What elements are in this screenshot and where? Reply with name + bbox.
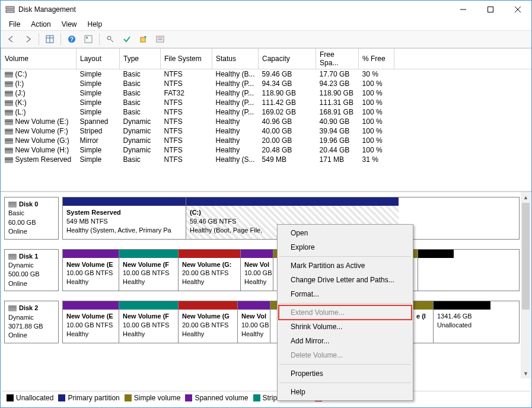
check-icon[interactable] xyxy=(120,32,134,46)
table-cell: NTFS xyxy=(161,69,212,79)
window-title: Disk Management xyxy=(18,5,450,14)
svg-rect-1 xyxy=(6,10,14,12)
menu-help[interactable]: Help xyxy=(83,19,107,30)
table-cell: Simple xyxy=(77,79,120,88)
scroll-up-icon[interactable]: ▲ xyxy=(521,192,531,202)
column-header[interactable]: Type xyxy=(120,49,161,69)
search-icon[interactable] xyxy=(103,32,117,46)
table-cell: Dynamic xyxy=(120,136,161,145)
minimize-button[interactable] xyxy=(450,1,477,18)
ctx-change-letter[interactable]: Change Drive Letter and Paths... xyxy=(279,273,412,287)
column-header[interactable]: File System xyxy=(161,49,212,69)
partition-body: New Volume (G20.00 GB NTFSHealthy xyxy=(179,310,237,343)
titlebar: Disk Management xyxy=(1,1,531,18)
menu-view[interactable]: View xyxy=(57,19,82,30)
scroll-down-icon[interactable]: ▼ xyxy=(521,368,531,378)
partition[interactable]: New Volume (E10.00 GB NTFSHealthy xyxy=(63,250,119,291)
partition[interactable]: New Volume (G20.00 GB NTFSHealthy xyxy=(179,301,238,343)
help-icon[interactable]: ? xyxy=(65,32,79,46)
legend-item: Primary partition xyxy=(58,394,119,402)
table-cell: NTFS xyxy=(161,117,212,126)
ctx-properties[interactable]: Properties xyxy=(279,366,412,381)
column-header[interactable]: Capacity xyxy=(259,49,316,69)
disk-label[interactable]: Disk 1Dynamic500.00 GBOnline xyxy=(4,249,59,292)
toolbar: ? xyxy=(1,30,531,48)
partition[interactable]: e (I xyxy=(413,301,434,343)
table-cell: Basic xyxy=(120,69,161,79)
table-cell: NTFS xyxy=(161,155,212,164)
ctx-shrink-volume[interactable]: Shrink Volume... xyxy=(279,320,412,334)
partition[interactable]: 1341.46 GBUnallocated xyxy=(434,301,490,343)
refresh-icon[interactable] xyxy=(136,32,151,46)
partition[interactable]: New Volume (E10.00 GB NTFSHealthy xyxy=(63,301,119,343)
list-icon[interactable] xyxy=(153,32,167,46)
partition-body: New Volume (F10.00 GB NTFSHealthy xyxy=(119,310,178,343)
ctx-explore[interactable]: Explore xyxy=(279,240,412,254)
table-row[interactable]: New Volume (H:)SimpleDynamicNTFSHealthy2… xyxy=(1,145,532,155)
settings-icon[interactable] xyxy=(81,32,95,46)
table-row[interactable]: (K:)SimpleBasicNTFSHealthy (P...111.42 G… xyxy=(1,98,532,107)
table-cell: New Volume (F:) xyxy=(1,126,77,136)
table-cell: 100 % xyxy=(359,126,394,136)
back-button[interactable] xyxy=(4,32,18,46)
partition-header xyxy=(418,250,454,258)
ctx-help[interactable]: Help xyxy=(279,385,412,399)
table-row[interactable]: (C:)SimpleBasicNTFSHealthy (B...59.46 GB… xyxy=(1,69,532,79)
partition-body: System Reserved549 MB NTFSHealthy (Syste… xyxy=(63,206,186,239)
forward-button[interactable] xyxy=(21,32,35,46)
table-cell: Healthy xyxy=(212,126,259,136)
column-header[interactable]: Volume xyxy=(1,49,77,69)
table-row[interactable]: (I:)SimpleBasicNTFSHealthy (P...94.34 GB… xyxy=(1,79,532,88)
partition[interactable]: New Vol10.00 GBHealthy xyxy=(238,301,270,343)
partition-body: New Volume (G:20.00 GB NTFSHealthy xyxy=(179,258,240,291)
table-cell: Simple xyxy=(77,98,120,107)
close-button[interactable] xyxy=(504,1,531,18)
table-cell: New Volume (G:) xyxy=(1,136,77,145)
menu-action[interactable]: Action xyxy=(26,19,55,30)
partition[interactable] xyxy=(418,250,454,291)
disk-label[interactable]: Disk 2Dynamic3071.88 GBOnline xyxy=(4,301,59,343)
table-row[interactable]: New Volume (E:)SpannedDynamicNTFSHealthy… xyxy=(1,117,532,126)
svg-rect-3 xyxy=(488,7,493,12)
partition[interactable]: New Volume (F10.00 GB NTFSHealthy xyxy=(119,301,179,343)
column-header[interactable]: % Free xyxy=(359,49,394,69)
scrollbar[interactable]: ▲ ▼ xyxy=(521,192,531,378)
table-cell: Basic xyxy=(120,155,161,164)
column-header[interactable]: Layout xyxy=(77,49,120,69)
partition[interactable]: New Volume (G:20.00 GB NTFSHealthy xyxy=(179,250,241,291)
partition-header xyxy=(179,250,240,258)
ctx-extend-volume[interactable]: Extend Volume... xyxy=(279,305,412,320)
partition-header xyxy=(186,197,399,206)
menu-file[interactable]: File xyxy=(4,19,25,30)
ctx-add-mirror[interactable]: Add Mirror... xyxy=(279,334,412,348)
partition[interactable]: System Reserved549 MB NTFSHealthy (Syste… xyxy=(63,197,186,239)
table-cell: 168.91 GB xyxy=(316,107,359,117)
column-header[interactable]: Free Spa... xyxy=(316,49,359,69)
table-cell: Simple xyxy=(77,155,120,164)
table-row[interactable]: (L:)SimpleBasicNTFSHealthy (P...169.02 G… xyxy=(1,107,532,117)
ctx-open[interactable]: Open xyxy=(279,226,412,240)
ctx-mark-active[interactable]: Mark Partition as Active xyxy=(279,259,412,273)
table-cell: 31 % xyxy=(359,155,394,164)
volume-table[interactable]: VolumeLayoutTypeFile SystemStatusCapacit… xyxy=(1,48,531,191)
partition-body: New Vol10.00 GBHealthy xyxy=(241,258,273,291)
ctx-delete-volume[interactable]: Delete Volume... xyxy=(279,348,412,362)
maximize-button[interactable] xyxy=(477,1,504,18)
ctx-format[interactable]: Format... xyxy=(279,287,412,301)
table-row[interactable]: New Volume (G:)MirrorDynamicNTFSHealthy2… xyxy=(1,136,532,145)
table-cell: Healthy (P... xyxy=(212,88,259,98)
table-cell: 94.23 GB xyxy=(316,79,359,88)
disk-label[interactable]: Disk 0Basic60.00 GBOnline xyxy=(4,197,59,240)
partition-header xyxy=(241,250,273,258)
table-cell: 17.70 GB xyxy=(316,69,359,79)
column-header[interactable]: Status xyxy=(212,49,259,69)
table-cell: New Volume (E:) xyxy=(1,117,77,126)
table-row[interactable]: New Volume (F:)StripedDynamicNTFSHealthy… xyxy=(1,126,532,136)
disk-graphical-view[interactable]: Disk 0Basic60.00 GBOnlineSystem Reserved… xyxy=(1,191,531,378)
scrollbar-thumb[interactable] xyxy=(522,203,530,310)
partition[interactable]: New Volume (F10.00 GB NTFSHealthy xyxy=(119,250,179,291)
partition[interactable]: New Vol10.00 GBHealthy xyxy=(241,250,273,291)
table-row[interactable]: (J:)SimpleBasicFAT32Healthy (P...118.90 … xyxy=(1,88,532,98)
table-icon[interactable] xyxy=(43,32,57,46)
table-row[interactable]: System ReservedSimpleBasicNTFSHealthy (S… xyxy=(1,155,532,164)
